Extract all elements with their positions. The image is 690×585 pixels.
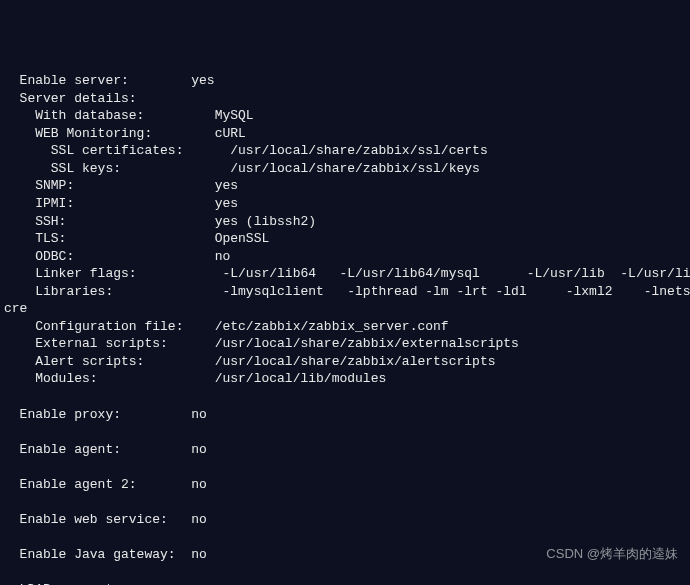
terminal-line: TLS: OpenSSL <box>4 230 686 248</box>
terminal-line <box>4 528 686 546</box>
terminal-line: Enable web service: no <box>4 511 686 529</box>
terminal-line <box>4 564 686 582</box>
terminal-line: Enable agent 2: no <box>4 476 686 494</box>
terminal-line: SSH: yes (libssh2) <box>4 213 686 231</box>
terminal-line: External scripts: /usr/local/share/zabbi… <box>4 335 686 353</box>
terminal-line <box>4 493 686 511</box>
terminal-line: Enable agent: no <box>4 441 686 459</box>
terminal-line: Enable server: yes <box>4 72 686 90</box>
watermark-text: CSDN @烤羊肉的逵妹 <box>546 545 678 563</box>
terminal-output: Enable server: yes Server details: With … <box>0 70 690 585</box>
terminal-line: With database: MySQL <box>4 107 686 125</box>
terminal-line <box>4 388 686 406</box>
terminal-line: Libraries: -lmysqlclient -lpthread -lm -… <box>4 283 686 301</box>
terminal-line: SNMP: yes <box>4 177 686 195</box>
terminal-line: LDAP support: yes <box>4 581 686 585</box>
terminal-line: ODBC: no <box>4 248 686 266</box>
terminal-line <box>4 458 686 476</box>
terminal-line <box>4 423 686 441</box>
terminal-line: Configuration file: /etc/zabbix/zabbix_s… <box>4 318 686 336</box>
terminal-line: Alert scripts: /usr/local/share/zabbix/a… <box>4 353 686 371</box>
terminal-line: WEB Monitoring: cURL <box>4 125 686 143</box>
terminal-line: SSL certificates: /usr/local/share/zabbi… <box>4 142 686 160</box>
terminal-line: Linker flags: -L/usr/lib64 -L/usr/lib64/… <box>4 265 686 283</box>
terminal-line: Modules: /usr/local/lib/modules <box>4 370 686 388</box>
terminal-line: cre <box>4 300 686 318</box>
terminal-line: IPMI: yes <box>4 195 686 213</box>
terminal-line: SSL keys: /usr/local/share/zabbix/ssl/ke… <box>4 160 686 178</box>
terminal-line: Server details: <box>4 90 686 108</box>
terminal-line: Enable proxy: no <box>4 406 686 424</box>
